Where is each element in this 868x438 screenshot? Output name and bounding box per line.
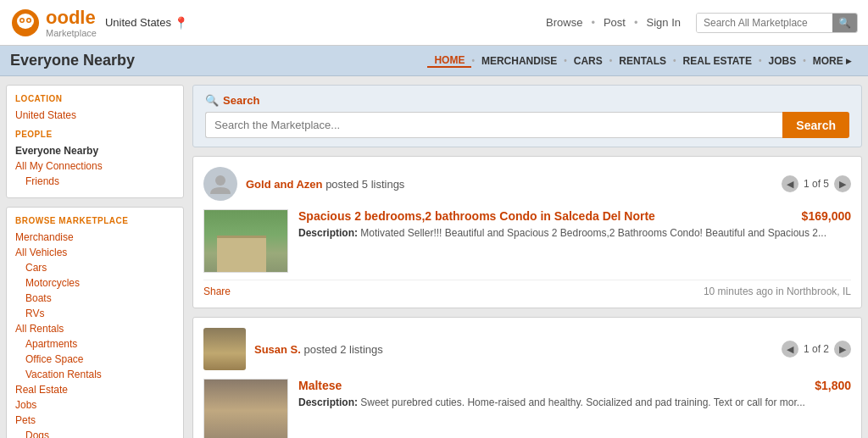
listing-avatar-1 xyxy=(203,328,246,370)
search-box: 🔍 Search Search xyxy=(192,85,862,147)
sidebar-people-friends[interactable]: Friends xyxy=(15,174,175,189)
listing-footer-0: Share 10 minutes ago in Northbrook, IL xyxy=(203,280,851,297)
listing-user-name-1[interactable]: Susan S. xyxy=(254,343,301,356)
sidebar-location-section: LOCATION United States PEOPLE Everyone N… xyxy=(6,85,184,198)
listing-header-1: Susan S. posted 2 listings ◀ 1 of 2 ▶ xyxy=(203,328,851,370)
sidebar: LOCATION United States PEOPLE Everyone N… xyxy=(6,85,184,438)
signin-link[interactable]: Sign In xyxy=(647,16,681,29)
sidebar-browse-rvs[interactable]: RVs xyxy=(15,306,175,321)
prev-page-btn-1[interactable]: ◀ xyxy=(782,341,798,358)
listing-time-0: 10 minutes ago in Northbrook, IL xyxy=(704,286,851,297)
listing-title-row-1: Maltese $1,800 xyxy=(298,379,851,396)
sidebar-browse-boats[interactable]: Boats xyxy=(15,291,175,306)
nav-item-realestate[interactable]: REAL ESTATE xyxy=(676,55,759,67)
building-image xyxy=(204,210,287,272)
search-box-label: 🔍 Search xyxy=(205,94,849,107)
prev-page-btn-0[interactable]: ◀ xyxy=(782,175,798,192)
header: oodle Marketplace United States 📍 Browse… xyxy=(0,0,868,46)
listing-user-name-0[interactable]: Gold and Azen xyxy=(246,178,323,191)
pin-icon: 📍 xyxy=(174,16,188,30)
listing-desc-0: Description: Motivated Seller!!! Beautif… xyxy=(298,226,851,241)
top-nav: Everyone Nearby HOME•MERCHANDISE•CARS•RE… xyxy=(0,46,868,76)
sidebar-browse-all-vehicles[interactable]: All Vehicles xyxy=(15,245,175,260)
listing-user-posted-1: posted 2 listings xyxy=(301,343,383,356)
layout: LOCATION United States PEOPLE Everyone N… xyxy=(6,85,862,438)
nav-item-jobs[interactable]: JOBS xyxy=(761,55,803,67)
svg-point-5 xyxy=(28,19,31,21)
svg-point-6 xyxy=(215,175,225,186)
page-indicator-1: 1 of 2 xyxy=(804,343,829,355)
logo-text-group: oodle Marketplace xyxy=(46,7,97,38)
listing-avatar-0 xyxy=(203,167,237,201)
sidebar-browse-dogs[interactable]: Dogs xyxy=(15,428,175,438)
sidebar-browse-motorcycles[interactable]: Motorcycles xyxy=(15,275,175,291)
dot1: • xyxy=(591,16,595,29)
listing-price-0: $169,000 xyxy=(802,209,851,223)
main-nav: HOME•MERCHANDISE•CARS•RENTALS•REAL ESTAT… xyxy=(427,54,858,68)
next-page-btn-0[interactable]: ▶ xyxy=(834,175,851,192)
sidebar-browse-vacation-rentals[interactable]: Vacation Rentals xyxy=(15,367,175,382)
nav-item-home[interactable]: HOME xyxy=(427,54,471,68)
sidebar-browse-jobs[interactable]: Jobs xyxy=(15,397,175,413)
header-nav: Browse • Post • Sign In 🔍 xyxy=(546,13,858,33)
listing-share-0[interactable]: Share xyxy=(203,286,231,297)
listing-header-0: Gold and Azen posted 5 listings ◀ 1 of 5… xyxy=(203,167,851,201)
page-title: Everyone Nearby xyxy=(10,52,427,69)
listing-title-0[interactable]: Spacious 2 bedrooms,2 bathrooms Condo in… xyxy=(298,209,655,223)
oodle-logo-icon xyxy=(10,8,41,38)
sidebar-browse-cars[interactable]: Cars xyxy=(15,260,175,275)
listing-card-1: Susan S. posted 2 listings ◀ 1 of 2 ▶ Ma… xyxy=(192,317,862,438)
sidebar-people-label: PEOPLE xyxy=(15,130,175,139)
page-indicator-0: 1 of 5 xyxy=(804,178,829,190)
post-link[interactable]: Post xyxy=(604,16,626,29)
sidebar-browse-label: BROWSE MARKETPLACE xyxy=(15,216,175,225)
next-page-btn-1[interactable]: ▶ xyxy=(834,341,851,358)
sidebar-people-items: Everyone NearbyAll My ConnectionsFriends xyxy=(15,143,175,189)
listing-title-row-0: Spacious 2 bedrooms,2 bathrooms Condo in… xyxy=(298,209,851,226)
nav-item-merchandise[interactable]: MERCHANDISE xyxy=(475,55,564,67)
listing-content-0: Spacious 2 bedrooms,2 bathrooms Condo in… xyxy=(203,209,851,273)
sidebar-browse-items: MerchandiseAll VehiclesCarsMotorcyclesBo… xyxy=(15,230,175,438)
header-search: 🔍 xyxy=(696,13,858,33)
search-box-row: Search xyxy=(205,112,849,138)
header-search-input[interactable] xyxy=(697,14,832,32)
search-label-text: Search xyxy=(223,94,259,107)
listing-title-1[interactable]: Maltese xyxy=(298,379,342,392)
listing-pagination-1: ◀ 1 of 2 ▶ xyxy=(782,341,851,358)
dot2: • xyxy=(634,16,638,29)
sidebar-browse-section: BROWSE MARKETPLACE MerchandiseAll Vehicl… xyxy=(6,207,184,438)
listing-user-posted-0: posted 5 listings xyxy=(323,178,405,191)
sidebar-location-value[interactable]: United States xyxy=(15,108,175,123)
logo-area[interactable]: oodle Marketplace xyxy=(10,7,97,38)
sidebar-browse-merchandise[interactable]: Merchandise xyxy=(15,230,175,245)
listing-price-1: $1,800 xyxy=(815,379,851,392)
listing-user-info-1: Susan S. posted 2 listings xyxy=(254,343,773,356)
browse-link[interactable]: Browse xyxy=(546,16,582,29)
svg-point-4 xyxy=(21,19,24,21)
listing-pagination-0: ◀ 1 of 5 ▶ xyxy=(782,175,851,192)
search-input[interactable] xyxy=(205,112,782,138)
sidebar-people-everyone-nearby[interactable]: Everyone Nearby xyxy=(15,143,175,158)
sidebar-browse-real-estate[interactable]: Real Estate xyxy=(15,382,175,397)
sidebar-browse-apartments[interactable]: Apartments xyxy=(15,336,175,352)
svg-point-1 xyxy=(17,14,34,29)
nav-item-cars[interactable]: CARS xyxy=(567,55,609,67)
sidebar-people-all-my-connections[interactable]: All My Connections xyxy=(15,158,175,174)
sidebar-browse-office-space[interactable]: Office Space xyxy=(15,352,175,367)
location-text: United States xyxy=(105,16,171,29)
nav-item-more[interactable]: MORE ▸ xyxy=(806,55,858,67)
sidebar-browse-pets[interactable]: Pets xyxy=(15,413,175,428)
search-icon: 🔍 xyxy=(205,94,219,107)
listing-desc-1: Description: Sweet purebred cuties. Home… xyxy=(298,396,851,410)
nav-item-rentals[interactable]: RENTALS xyxy=(612,55,673,67)
listing-details-1: Maltese $1,800 Description: Sweet purebr… xyxy=(298,379,851,438)
logo-sub: Marketplace xyxy=(46,29,97,38)
listing-thumb-0 xyxy=(203,209,288,273)
search-button[interactable]: Search xyxy=(782,112,849,138)
sidebar-browse-all-rentals[interactable]: All Rentals xyxy=(15,321,175,336)
header-search-button[interactable]: 🔍 xyxy=(832,14,857,32)
listing-cards: Gold and Azen posted 5 listings ◀ 1 of 5… xyxy=(192,156,862,438)
listing-details-0: Spacious 2 bedrooms,2 bathrooms Condo in… xyxy=(298,209,851,273)
sidebar-location-label: LOCATION xyxy=(15,94,175,103)
header-location[interactable]: United States 📍 xyxy=(105,16,188,30)
